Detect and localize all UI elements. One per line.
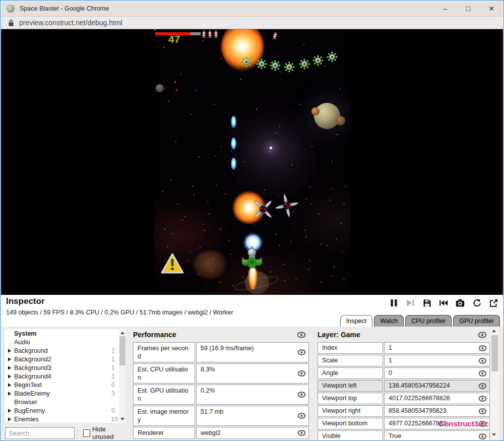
tab-inspect[interactable]: Inspect [340, 315, 372, 327]
tree-item-background2[interactable]: Background2 1 [5, 355, 126, 363]
tree-item-begintext[interactable]: BeginText 0 [5, 381, 126, 389]
scroll-thumb[interactable] [491, 335, 498, 371]
tree-item-background4[interactable]: Background4 1 [5, 372, 126, 381]
eye-icon[interactable] [297, 430, 306, 436]
minimize-button[interactable]: – [433, 1, 457, 16]
property-value[interactable]: True [384, 430, 490, 440]
planet [314, 103, 340, 129]
expand-caret-icon[interactable] [8, 417, 14, 421]
property-value[interactable]: 51.7 mb [196, 406, 309, 426]
bug-enemy [299, 58, 310, 70]
property-value[interactable]: 8.3% [196, 363, 309, 384]
property-row: Viewport left 138.45805347956224 [318, 380, 490, 392]
eye-icon[interactable] [478, 358, 487, 364]
property-row: Viewport top 4017.0225266678826 [318, 393, 490, 404]
expand-caret-icon[interactable] [8, 392, 14, 396]
property-name: Viewport right [318, 405, 383, 417]
expand-caret-icon[interactable] [8, 357, 14, 361]
step-icon[interactable] [406, 298, 415, 307]
eye-icon[interactable] [478, 383, 487, 389]
main-scrollbar[interactable] [490, 327, 499, 438]
tree-item-enemies[interactable]: Enemies 10 [5, 415, 126, 423]
tab-gpu-profiler[interactable]: GPU profiler [453, 315, 500, 327]
watermark: Construct3.cc [438, 419, 488, 428]
search-input[interactable] [5, 427, 75, 439]
player-shot [231, 138, 236, 150]
life-rocket-icon [214, 30, 218, 39]
eye-icon[interactable] [478, 370, 487, 376]
eye-icon[interactable] [478, 433, 487, 439]
rewind-icon[interactable] [439, 298, 448, 307]
scroll-thumb[interactable] [119, 336, 125, 365]
bug-enemy [270, 60, 281, 71]
eye-icon[interactable] [478, 345, 487, 351]
bug-enemy [284, 61, 295, 73]
property-value[interactable]: 1 [384, 355, 490, 366]
eye-icon[interactable] [297, 370, 306, 376]
tree-scrollbar[interactable] [119, 329, 126, 423]
property-value[interactable]: 138.45805347956224 [384, 380, 490, 392]
pause-icon[interactable] [389, 298, 398, 307]
tree-item-bladeenemy[interactable]: BladeEnemy 3 [5, 389, 126, 398]
hide-unused-checkbox[interactable] [83, 429, 90, 437]
property-row: Est. GPU utilisation 0.2% [133, 385, 309, 405]
tab-watch[interactable]: Watch [374, 315, 404, 327]
popout-icon[interactable] [489, 298, 498, 307]
tree-item-background3[interactable]: Background3 1 [5, 363, 126, 372]
property-value[interactable]: webgl2 [196, 427, 309, 439]
inspector-header: Inspector 149 objects / 59 FPS / 8.3% CP… [1, 295, 503, 327]
eye-icon[interactable] [297, 332, 306, 338]
lock-icon [8, 19, 14, 27]
expand-caret-icon[interactable] [8, 383, 14, 387]
url-text[interactable]: preview.construct.net/debug.html [19, 19, 122, 27]
scroll-up-icon[interactable] [492, 330, 496, 332]
maximize-button[interactable]: □ [457, 1, 480, 16]
eye-icon[interactable] [478, 408, 487, 414]
life-rocket-icon [202, 30, 206, 39]
scroll-down-icon[interactable] [120, 418, 124, 420]
property-row: Renderer webgl2 [133, 427, 309, 439]
eye-icon[interactable] [478, 396, 487, 402]
property-value[interactable]: 59 (16.9 ms/frame) [196, 342, 309, 362]
player-shot [231, 158, 236, 170]
inspector-content: System Audio Background 2 Background2 1 … [1, 327, 503, 440]
scroll-up-icon[interactable] [120, 332, 124, 334]
screenshot-icon[interactable] [456, 298, 465, 307]
restart-icon[interactable] [472, 298, 481, 307]
property-name: Est. GPU utilisation [133, 385, 195, 405]
game-viewport[interactable]: 47 [154, 29, 350, 295]
tree-item-system[interactable]: System [5, 329, 126, 338]
property-value[interactable]: 0 [384, 367, 490, 379]
close-button[interactable]: ✕ [480, 1, 503, 16]
missile [272, 31, 278, 41]
tree-item-background[interactable]: Background 2 [5, 346, 126, 355]
property-value[interactable]: 1 [384, 342, 490, 354]
expand-caret-icon[interactable] [8, 409, 14, 413]
save-icon[interactable] [422, 298, 431, 307]
eye-icon[interactable] [478, 332, 487, 338]
search-row: Hide unused [5, 425, 126, 440]
eye-icon[interactable] [297, 413, 306, 419]
address-bar: preview.construct.net/debug.html [1, 17, 503, 29]
tree-item-bugenemy[interactable]: BugEnemy 0 [5, 406, 126, 415]
property-value[interactable]: 4017.0225266678826 [384, 393, 490, 404]
property-name: Est. CPU utilisation [133, 363, 195, 384]
expand-caret-icon[interactable] [8, 366, 14, 370]
score-text: 47 [168, 33, 180, 45]
eye-icon[interactable] [297, 392, 306, 398]
bright-star [270, 147, 272, 149]
expand-caret-icon[interactable] [8, 374, 14, 379]
property-value[interactable]: 858.4580534795623 [384, 405, 490, 417]
object-tree: System Audio Background 2 Background2 1 … [5, 329, 126, 423]
tree-item-browser[interactable]: Browser [5, 398, 126, 406]
app-icon [7, 5, 15, 13]
property-value[interactable]: 0.2% [196, 385, 309, 405]
eye-icon[interactable] [297, 349, 306, 355]
expand-caret-icon[interactable] [8, 349, 14, 353]
scroll-down-icon[interactable] [492, 433, 496, 436]
property-name: Viewport top [318, 393, 383, 404]
tree-item-audio[interactable]: Audio [5, 338, 126, 346]
browser-window: Space Blaster - Google Chrome – □ ✕ prev… [0, 0, 504, 441]
player-ship [240, 246, 264, 269]
tab-cpu-profiler[interactable]: CPU profiler [405, 315, 452, 327]
